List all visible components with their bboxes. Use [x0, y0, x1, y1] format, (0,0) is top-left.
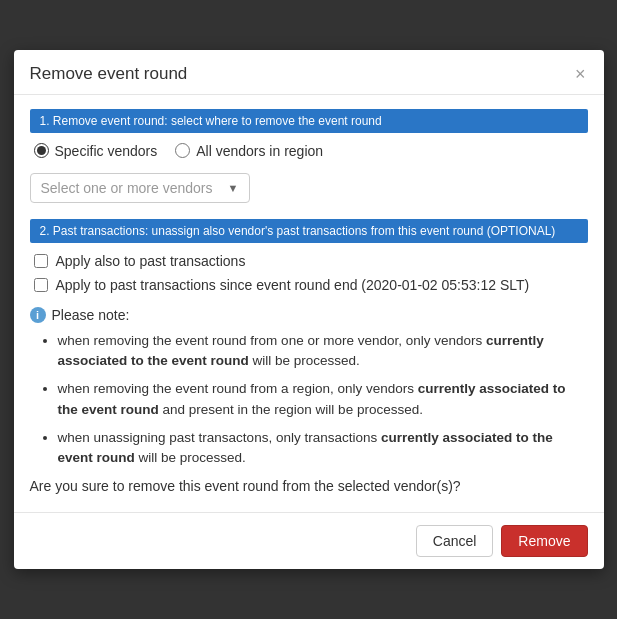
modal-body: 1. Remove event round: select where to r… [14, 95, 604, 513]
info-icon: i [30, 307, 46, 323]
note-item-3-after: will be processed. [135, 450, 246, 465]
apply-past-checkbox[interactable] [34, 254, 48, 268]
apply-since-checkbox-label[interactable]: Apply to past transactions since event r… [34, 277, 588, 293]
past-transactions-group: Apply also to past transactions Apply to… [34, 253, 588, 293]
apply-since-label: Apply to past transactions since event r… [56, 277, 530, 293]
note-section: i Please note: when removing the event r… [30, 307, 588, 469]
cancel-button[interactable]: Cancel [416, 525, 494, 557]
vendor-dropdown-placeholder: Select one or more vendors [41, 180, 213, 196]
vendor-dropdown[interactable]: Select one or more vendors ▼ [30, 173, 250, 203]
note-item-2-before: when removing the event round from a reg… [58, 381, 418, 396]
section2: 2. Past transactions: unassign also vend… [30, 219, 588, 293]
all-vendors-label: All vendors in region [196, 143, 323, 159]
modal-title: Remove event round [30, 64, 188, 84]
note-item-1-before: when removing the event round from one o… [58, 333, 487, 348]
all-vendors-option[interactable]: All vendors in region [175, 143, 323, 159]
section1-header: 1. Remove event round: select where to r… [30, 109, 588, 133]
apply-past-checkbox-label[interactable]: Apply also to past transactions [34, 253, 588, 269]
modal-header: Remove event round × [14, 50, 604, 95]
specific-vendors-option[interactable]: Specific vendors [34, 143, 158, 159]
note-list: when removing the event round from one o… [30, 331, 588, 469]
modal-overlay: Remove event round × 1. Remove event rou… [0, 0, 617, 619]
apply-past-label: Apply also to past transactions [56, 253, 246, 269]
confirm-text: Are you sure to remove this event round … [30, 478, 588, 494]
chevron-down-icon: ▼ [228, 182, 239, 194]
note-item-1-after: will be processed. [249, 353, 360, 368]
note-item-2: when removing the event round from a reg… [58, 379, 588, 420]
apply-since-checkbox[interactable] [34, 278, 48, 292]
modal-dialog: Remove event round × 1. Remove event rou… [14, 50, 604, 570]
note-item-3: when unassigning past transactons, only … [58, 428, 588, 469]
modal-footer: Cancel Remove [14, 512, 604, 569]
specific-vendors-label: Specific vendors [55, 143, 158, 159]
note-title-text: Please note: [52, 307, 130, 323]
all-vendors-radio[interactable] [175, 143, 190, 158]
close-button[interactable]: × [573, 65, 588, 83]
note-item-3-before: when unassigning past transactons, only … [58, 430, 381, 445]
note-title-row: i Please note: [30, 307, 588, 323]
specific-vendors-radio[interactable] [34, 143, 49, 158]
section2-header: 2. Past transactions: unassign also vend… [30, 219, 588, 243]
vendor-selection-group: Specific vendors All vendors in region [34, 143, 588, 159]
note-item-1: when removing the event round from one o… [58, 331, 588, 372]
note-item-2-after: and present in the region will be proces… [159, 402, 423, 417]
remove-button[interactable]: Remove [501, 525, 587, 557]
